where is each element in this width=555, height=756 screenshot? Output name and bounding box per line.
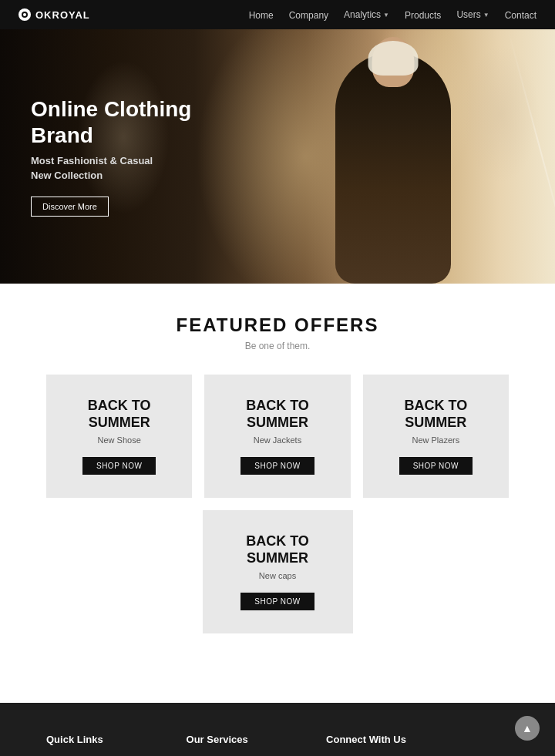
offer-card-4-title: BACK TO SUMMER xyxy=(218,533,338,566)
nav-item-contact[interactable]: Contact xyxy=(505,8,536,22)
offer-card-3: BACK TO SUMMER New Plazers SHOP NOW xyxy=(363,375,509,498)
navbar: OKROYAL Home Company Analytics ▼ Product… xyxy=(0,0,555,29)
footer-connect: Connect With Us f t in ig Subscribe to O… xyxy=(326,734,509,756)
featured-section: FEATURED OFFERS Be one of them. BACK TO … xyxy=(46,314,509,633)
main-content: FEATURED OFFERS Be one of them. BACK TO … xyxy=(0,284,555,703)
users-dropdown-arrow: ▼ xyxy=(483,12,489,18)
nav-links: Home Company Analytics ▼ Products Users … xyxy=(249,8,536,22)
hero-cta-button[interactable]: Discover More xyxy=(31,197,109,217)
footer-quick-links-title: Quick Links xyxy=(46,734,163,745)
hero-section: Online Clothing Brand Most Fashionist & … xyxy=(0,29,555,284)
svg-point-1 xyxy=(23,13,26,16)
nav-item-users[interactable]: Users ▼ xyxy=(456,9,489,20)
logo-icon xyxy=(18,8,31,21)
offer-card-4-btn[interactable]: SHOP NOW xyxy=(240,593,314,610)
hero-title: Online Clothing Brand xyxy=(31,96,216,148)
featured-title: FEATURED OFFERS xyxy=(46,314,509,336)
offer-card-2-btn[interactable]: SHOP NOW xyxy=(240,457,314,475)
analytics-dropdown-arrow: ▼ xyxy=(383,12,389,18)
offer-card-3-subtitle: New Plazers xyxy=(412,435,459,445)
offer-card-2-subtitle: New Jackets xyxy=(254,435,301,445)
offer-card-4: BACK TO SUMMER New caps SHOP NOW xyxy=(203,510,353,633)
nav-item-products[interactable]: Products xyxy=(405,8,441,22)
hero-subtitle: Most Fashionist & CasualNew Collection xyxy=(31,154,216,182)
nav-item-home[interactable]: Home xyxy=(249,8,274,22)
nav-item-analytics[interactable]: Analytics ▼ xyxy=(344,9,389,20)
logo[interactable]: OKROYAL xyxy=(18,8,90,21)
footer-columns: Quick Links About Us Contact Privacy Pol… xyxy=(46,734,509,756)
nav-link-contact[interactable]: Contact xyxy=(505,10,536,21)
footer-services-title: Our Services xyxy=(187,734,304,745)
footer: Quick Links About Us Contact Privacy Pol… xyxy=(0,703,555,756)
nav-link-home[interactable]: Home xyxy=(249,10,274,21)
hero-content: Online Clothing Brand Most Fashionist & … xyxy=(0,66,247,247)
nav-link-products[interactable]: Products xyxy=(405,10,441,21)
offer-card-1: BACK TO SUMMER New Shose SHOP NOW xyxy=(46,375,192,498)
offer-card-3-title: BACK TO SUMMER xyxy=(378,398,493,431)
nav-link-company[interactable]: Company xyxy=(289,10,328,21)
offer-card-3-btn[interactable]: SHOP NOW xyxy=(399,457,473,475)
offer-card-4-subtitle: New caps xyxy=(259,571,296,580)
footer-services: Our Services Web Development Mobile Apps… xyxy=(187,734,304,756)
logo-text: OKROYAL xyxy=(35,9,90,21)
nav-item-company[interactable]: Company xyxy=(289,8,328,22)
nav-link-users[interactable]: Users ▼ xyxy=(456,9,489,20)
offers-grid-bottom: BACK TO SUMMER New caps SHOP NOW xyxy=(46,510,509,633)
offer-card-1-title: BACK TO SUMMER xyxy=(62,398,177,431)
figure-scarf xyxy=(368,41,419,76)
nav-link-analytics[interactable]: Analytics ▼ xyxy=(344,9,389,20)
hero-figure xyxy=(293,37,493,284)
scroll-to-top-button[interactable]: ▲ xyxy=(515,716,540,741)
figure-body xyxy=(335,52,451,284)
featured-subtitle: Be one of them. xyxy=(46,341,509,351)
offer-card-2-title: BACK TO SUMMER xyxy=(220,398,335,431)
offer-card-2: BACK TO SUMMER New Jackets SHOP NOW xyxy=(204,375,350,498)
offer-card-1-btn[interactable]: SHOP NOW xyxy=(82,457,156,475)
offers-grid-top: BACK TO SUMMER New Shose SHOP NOW BACK T… xyxy=(46,375,509,498)
footer-connect-title: Connect With Us xyxy=(326,734,509,745)
offer-card-1-subtitle: New Shose xyxy=(98,435,141,445)
footer-quick-links: Quick Links About Us Contact Privacy Pol… xyxy=(46,734,163,756)
